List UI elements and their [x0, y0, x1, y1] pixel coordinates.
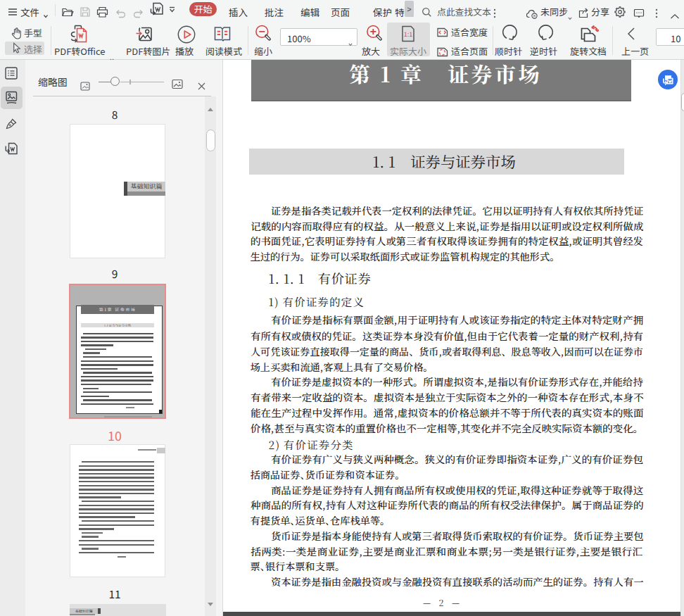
svg-text:1:1: 1:1 [404, 30, 413, 39]
